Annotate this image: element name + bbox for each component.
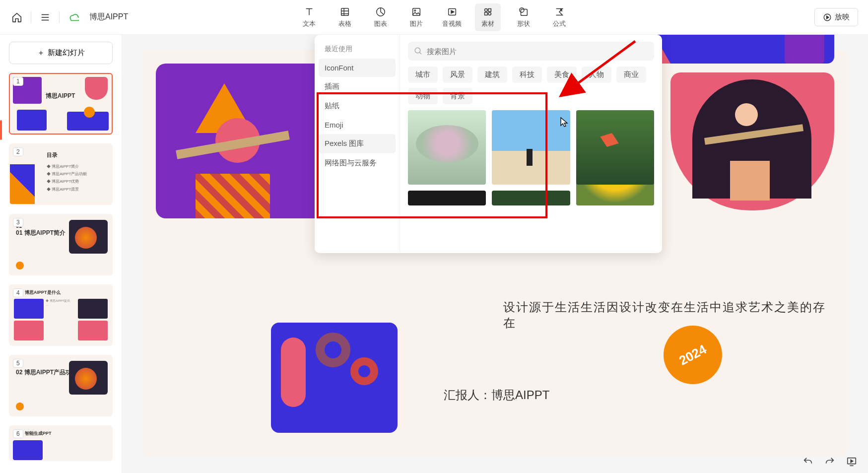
presenter-line[interactable]: 汇报人：博思AIPPT: [444, 387, 549, 403]
top-right-group: 放映: [814, 8, 858, 26]
dropdown-section-label: 最近使用: [319, 40, 396, 59]
svg-rect-13: [484, 12, 487, 14]
slide-subtitle[interactable]: 设计源于生活生活因设计改变在生活中追求艺术之美的存在: [503, 299, 834, 331]
decorative-purple-card: [156, 64, 327, 218]
menu-icon[interactable]: [38, 10, 52, 24]
decorative-blue-box: [271, 323, 398, 433]
top-left-group: 博思AIPPT: [10, 10, 128, 24]
dropdown-item-iconfont[interactable]: IconFont: [319, 59, 396, 77]
image-result[interactable]: [408, 110, 486, 185]
tag-list: 城市 风景 建筑 科技 美食 人物 商业 动物 背景: [408, 67, 654, 104]
divider: [31, 11, 31, 23]
cloud-sync-icon[interactable]: [67, 10, 80, 24]
svg-point-9: [414, 9, 415, 11]
home-icon[interactable]: [10, 10, 24, 24]
present-icon[interactable]: [845, 455, 858, 468]
image-results: [408, 110, 654, 205]
tag-tech[interactable]: 科技: [512, 67, 542, 83]
tag-animal[interactable]: 动物: [408, 88, 438, 104]
image-result[interactable]: [492, 110, 570, 185]
redo-icon[interactable]: [823, 455, 836, 468]
material-dropdown: 最近使用 IconFont 插画 贴纸 Emoji Pexels 图库 网络图与…: [315, 35, 662, 253]
slide-thumb-2[interactable]: 2 目录 ◆ 博思AIPPT简介◆ 博思AIPPT产品功能◆ 博思AIPPT优势…: [9, 143, 113, 205]
tag-people[interactable]: 人物: [582, 67, 611, 83]
year-badge[interactable]: 2024: [664, 326, 722, 384]
dropdown-category-list: 最近使用 IconFont 插画 贴纸 Emoji Pexels 图库 网络图与…: [315, 35, 400, 253]
slide-thumbnails: 1 博思AIPPT 2 目录 ◆ 博思AIPPT简介◆ 博思AIPPT产品功能◆…: [9, 73, 113, 461]
dropdown-item-network[interactable]: 网络图与云服务: [319, 153, 396, 173]
tag-business[interactable]: 商业: [616, 67, 646, 83]
svg-point-11: [484, 8, 487, 11]
slide-thumb-3[interactable]: 3 01 01 博思AIPPT简介: [9, 214, 113, 275]
tool-image[interactable]: 图片: [403, 3, 429, 31]
svg-line-20: [419, 52, 421, 54]
tool-formula[interactable]: x 公式: [546, 3, 572, 31]
svg-text:x: x: [560, 7, 562, 12]
image-result[interactable]: [408, 191, 486, 205]
svg-point-14: [488, 12, 491, 14]
dropdown-item-sticker[interactable]: 贴纸: [319, 96, 396, 116]
tag-background[interactable]: 背景: [443, 88, 472, 104]
document-title[interactable]: 博思AIPPT: [89, 12, 128, 22]
svg-rect-3: [341, 8, 348, 15]
search-icon: [414, 47, 423, 56]
tool-text[interactable]: 文本: [296, 3, 322, 31]
tool-material[interactable]: 素材: [475, 3, 501, 31]
slide-panel: ＋ 新建幻灯片 1 博思AIPPT 2 目录: [0, 35, 122, 473]
image-result[interactable]: [492, 191, 570, 205]
tag-architecture[interactable]: 建筑: [477, 67, 507, 83]
image-result[interactable]: [576, 110, 654, 185]
tag-scenery[interactable]: 风景: [443, 67, 472, 83]
dropdown-content: 城市 风景 建筑 科技 美食 人物 商业 动物 背景: [400, 35, 662, 253]
new-slide-button[interactable]: ＋ 新建幻灯片: [9, 42, 113, 64]
tag-food[interactable]: 美食: [547, 67, 577, 83]
bottom-toolbar: [801, 455, 858, 468]
svg-point-16: [519, 7, 524, 12]
slide-thumb-4[interactable]: 4 博思AIPPT是什么 ◆ 博思AIPPT提供·...: [9, 284, 113, 346]
slide-indicator: [0, 120, 2, 140]
undo-icon[interactable]: [801, 455, 814, 468]
topbar: 博思AIPPT 文本 表格 图表 图片 音视频 素材 形状: [0, 0, 868, 35]
dropdown-item-pexels[interactable]: Pexels 图库: [319, 134, 396, 153]
slide-thumb-1[interactable]: 1 博思AIPPT: [9, 73, 113, 135]
slide-thumb-6[interactable]: 6 智能生成PPT: [9, 425, 113, 461]
dropdown-item-illustration[interactable]: 插画: [319, 77, 396, 96]
search-input-wrap[interactable]: [408, 42, 654, 61]
svg-point-19: [415, 48, 420, 53]
decorative-pink-card: [670, 72, 834, 210]
search-input[interactable]: [427, 47, 648, 56]
toolbar: 文本 表格 图表 图片 音视频 素材 形状 x 公式: [296, 3, 572, 31]
tool-media[interactable]: 音视频: [439, 3, 465, 31]
divider: [59, 11, 60, 23]
svg-rect-12: [488, 8, 491, 11]
tool-shape[interactable]: 形状: [511, 3, 536, 31]
play-button[interactable]: 放映: [814, 8, 858, 26]
slide-thumb-5[interactable]: 5 02 02 博思AIPPT产品功能: [9, 355, 113, 416]
dropdown-item-emoji[interactable]: Emoji: [319, 116, 396, 134]
tool-chart[interactable]: 图表: [368, 3, 394, 31]
canvas-area[interactable]: 设计源于生活生活因设计改变在生活中追求艺术之美的存在 汇报人：博思AIPPT 2…: [122, 35, 868, 473]
tool-table[interactable]: 表格: [332, 3, 358, 31]
tag-city[interactable]: 城市: [408, 67, 438, 83]
svg-rect-8: [412, 8, 420, 15]
plus-icon: ＋: [37, 48, 45, 58]
